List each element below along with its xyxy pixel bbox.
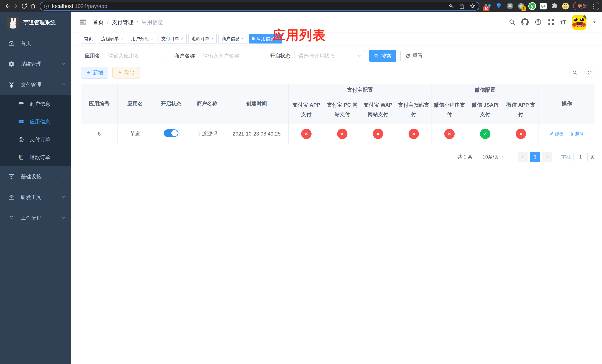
close-icon[interactable]: × <box>121 36 123 41</box>
toggle-search-button[interactable] <box>570 67 580 78</box>
col-app-id: 应用编号 <box>81 84 118 124</box>
chevron-up-icon <box>62 82 65 88</box>
sidebar-item-home[interactable]: 首页 <box>0 33 71 54</box>
close-icon[interactable]: × <box>151 36 153 41</box>
pagination: 共 1 条 10条/页 1 前往 页 <box>81 152 595 162</box>
chevron-down-icon <box>62 194 65 200</box>
sidebar-item-refund-order[interactable]: 退款订单 <box>0 149 71 166</box>
app-name-label: 应用名 <box>85 52 100 59</box>
forward-icon[interactable] <box>11 2 20 10</box>
search-button[interactable]: 搜索 <box>369 50 396 62</box>
page-size-select[interactable]: 10条/页 <box>477 152 511 162</box>
reload-icon[interactable] <box>20 2 29 10</box>
sidebar-item-workflow[interactable]: 工作流程 <box>0 208 71 228</box>
url-bar[interactable]: localhost:1024/pay/app <box>40 2 479 11</box>
breadcrumb-current: 应用信息 <box>141 19 163 26</box>
close-icon[interactable]: × <box>181 36 183 41</box>
extension-balloon-icon[interactable] <box>495 2 503 10</box>
sidebar-item-dev-tools[interactable]: 研发工具 <box>0 187 71 208</box>
goto-unit: 页 <box>590 154 595 160</box>
col-wx-mini: 微信小程序支付 <box>432 96 467 124</box>
refresh-table-button[interactable] <box>584 67 595 78</box>
github-icon[interactable] <box>521 18 529 26</box>
search-icon <box>374 54 379 58</box>
status-select[interactable]: 请选择开启状态 <box>294 50 365 62</box>
delete-link[interactable]: 删除 <box>570 131 584 137</box>
search-icon[interactable] <box>509 19 515 26</box>
font-size-icon[interactable]: tT <box>560 19 566 26</box>
avatar[interactable] <box>572 15 586 30</box>
sidebar-item-pay[interactable]: 支付管理 <box>0 75 71 95</box>
goto-page-input[interactable] <box>573 152 588 162</box>
sidebar-item-merchant-info[interactable]: 商户信息 <box>0 95 71 113</box>
extension-command-icon[interactable]: ⌘ <box>506 2 514 10</box>
table-row: 6 芋道 芋道源码 2021-10-23 08:49:25 × × × × × … <box>81 124 595 144</box>
edit-link[interactable]: 修改 <box>550 131 564 137</box>
app-name-input[interactable] <box>104 50 166 62</box>
wx-jsapi-status-icon: ✓ <box>480 129 490 139</box>
chevron-down-icon <box>502 155 505 159</box>
collapse-sidebar-icon[interactable] <box>79 18 87 27</box>
reset-button[interactable]: 重置 <box>400 50 428 62</box>
extensions-puzzle-icon[interactable] <box>550 2 558 10</box>
page-annotation: 应用列表 <box>272 27 326 44</box>
tab-home[interactable]: 首页 <box>81 34 96 43</box>
pay-submenu: 商户信息 应用信息 支付订单 退款订单 <box>0 95 71 166</box>
close-icon[interactable]: × <box>211 36 214 41</box>
extension-blocks-icon[interactable]: 10 <box>484 2 492 10</box>
back-icon[interactable] <box>3 2 11 10</box>
chevron-down-icon <box>62 215 65 221</box>
add-button[interactable]: 新增 <box>81 67 108 78</box>
breadcrumb-home[interactable]: 首页 <box>93 19 104 26</box>
fullscreen-icon[interactable] <box>548 19 555 26</box>
help-icon[interactable] <box>535 19 542 26</box>
status-label: 开启状态 <box>270 52 290 59</box>
search-icon <box>572 70 577 75</box>
app-logo[interactable]: 芋道管理系统 <box>0 12 71 33</box>
alipay-qr-status-icon: × <box>408 129 419 139</box>
browser-toolbar: localhost:1024/pay/app 10 ⌘ 1 y <box>0 0 602 12</box>
col-alipay-wap: 支付宝 WAP 网站支付 <box>360 96 396 124</box>
briefcase-icon <box>7 215 16 221</box>
extension-badge: 10 <box>483 6 489 11</box>
sidebar-item-app-info[interactable]: 应用信息 <box>0 113 71 131</box>
chevron-down-icon <box>62 174 65 180</box>
site-info-icon[interactable] <box>43 3 49 9</box>
tab-merchant-info[interactable]: 商户信息× <box>218 34 247 43</box>
tab-process-form[interactable]: 流程表单× <box>98 34 126 43</box>
sidebar-item-system[interactable]: 系统管理 <box>0 54 71 75</box>
tags-view-bar: 首页 流程表单× 用户分组× 支付订单× 退款订单× 商户信息× 应用信息× <box>71 32 602 45</box>
copy-document-icon <box>17 154 25 160</box>
sidebar-item-infra[interactable]: 基础设施 <box>0 166 71 187</box>
bookmark-star-icon[interactable] <box>469 3 475 9</box>
svg-text:y: y <box>531 3 534 9</box>
breadcrumb-pay[interactable]: 支付管理 <box>112 19 133 26</box>
extension-icons: 10 ⌘ 1 y <box>484 2 570 10</box>
extension-y-icon[interactable]: y <box>528 2 536 10</box>
browser-menu-icon[interactable]: ⋮ <box>591 3 596 10</box>
next-page-button[interactable] <box>542 152 552 162</box>
tab-user-group[interactable]: 用户分组× <box>128 34 156 43</box>
browser-update-button[interactable]: 更新 ⋮ <box>573 2 599 10</box>
top-navbar: 首页 / 支付管理 / 应用信息 tT <box>71 12 602 32</box>
password-key-icon[interactable] <box>449 3 454 9</box>
enabled-toggle[interactable] <box>164 129 178 137</box>
extension-profile-icon[interactable]: 1 <box>517 2 525 10</box>
sidebar-item-pay-order[interactable]: 支付订单 <box>0 131 71 149</box>
caret-down-icon[interactable] <box>592 20 596 25</box>
tab-pay-order[interactable]: 支付订单× <box>158 34 187 43</box>
extension-chat-icon[interactable] <box>539 2 547 10</box>
pencil-icon <box>550 132 554 136</box>
share-icon[interactable] <box>459 3 465 9</box>
tab-refund-order[interactable]: 退款订单× <box>188 34 217 43</box>
prev-page-button[interactable] <box>517 152 528 162</box>
export-button[interactable]: 导出 <box>112 67 140 78</box>
sidebar: 芋道管理系统 首页 系统管理 支付管理 <box>0 12 71 364</box>
close-icon[interactable]: × <box>241 36 244 41</box>
col-alipay-qr: 支付宝扫码支付 <box>396 96 432 124</box>
extension-emoji-icon[interactable] <box>562 2 570 10</box>
page-number-current[interactable]: 1 <box>530 152 540 162</box>
home-icon[interactable] <box>29 2 37 10</box>
merchant-name-input[interactable] <box>199 50 262 62</box>
wx-mini-status-icon: × <box>444 129 455 139</box>
